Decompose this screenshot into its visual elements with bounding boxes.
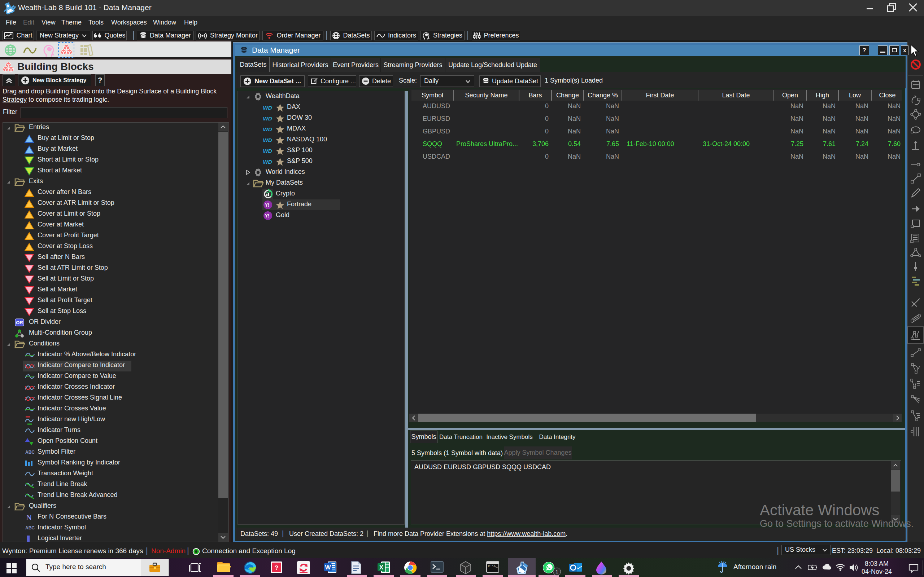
svg-text:WD: WD [263,126,272,132]
svg-text:WD: WD [263,137,272,143]
svg-text:ABC: ABC [25,525,35,530]
svg-text:X: X [380,564,384,571]
svg-text:WD: WD [263,105,272,111]
svg-text:OR: OR [16,320,23,325]
svg-text:WD: WD [263,148,272,154]
svg-text:W: W [325,564,331,571]
svg-text:Y!: Y! [265,203,269,208]
svg-text:ABC: ABC [25,450,35,455]
svg-text:C:\>_: C:\>_ [488,565,498,568]
svg-text:WD: WD [263,115,272,121]
svg-text:?: ? [275,564,278,571]
svg-text:WD: WD [263,159,272,165]
svg-text:Y!: Y! [265,213,269,219]
svg-text:N: N [26,513,31,522]
